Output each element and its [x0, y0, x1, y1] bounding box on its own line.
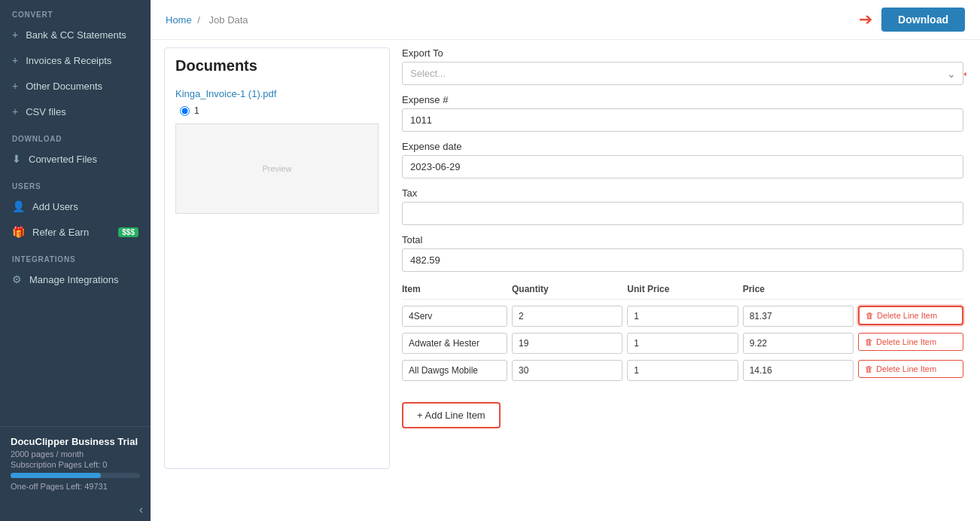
- sidebar-item-label: Converted Files: [29, 154, 97, 165]
- topbar: Home / Job Data ➔ Download: [151, 0, 980, 40]
- breadcrumb: Home / Job Data: [166, 14, 251, 26]
- add-line-item-wrap: + Add Line Item: [402, 392, 963, 428]
- trial-subscription-pages: Subscription Pages Left: 0: [11, 460, 140, 469]
- sidebar-item-label: Invoices & Receipts: [26, 55, 111, 66]
- expense-num-input[interactable]: 1011: [402, 108, 963, 132]
- progress-bar-fill: [11, 473, 101, 478]
- red-arrow-indicator-icon: ←: [960, 64, 966, 84]
- delete-line-item-button-2[interactable]: 🗑 Delete Line Item: [858, 360, 963, 378]
- main-content: Home / Job Data ➔ Download Documents Kin…: [151, 0, 980, 521]
- sidebar-item-refer-earn[interactable]: 🎁 Refer & Earn $$$: [0, 219, 151, 245]
- breadcrumb-current: Job Data: [209, 14, 248, 26]
- price-input-1[interactable]: [743, 333, 854, 354]
- convert-section-label: CONVERT: [0, 0, 151, 22]
- expense-num-group: Expense # 1011: [402, 94, 963, 132]
- sidebar-item-converted-files[interactable]: ⬇ Converted Files: [0, 146, 151, 172]
- content-area: Documents Kinga_Invoice-1 (1).pdf 1 Prev…: [151, 40, 980, 521]
- delete-btn-label: Delete Line Item: [876, 337, 936, 346]
- download-section-label: DOWNLOAD: [0, 124, 151, 146]
- trial-info: DocuClipper Business Trial 2000 pages / …: [0, 426, 151, 498]
- sidebar-item-label: Refer & Earn: [32, 227, 89, 238]
- trash-icon: 🗑: [865, 337, 873, 346]
- plus-icon: +: [12, 105, 18, 117]
- form-panel: Export To Select... ⌄ ← Expense # 1011 E…: [402, 47, 966, 513]
- refer-earn-badge: $$$: [118, 227, 138, 237]
- tax-group: Tax: [402, 187, 963, 225]
- doc-radio-input[interactable]: [180, 106, 190, 116]
- price-input-2[interactable]: [743, 360, 854, 381]
- item-input-1[interactable]: [402, 333, 507, 354]
- sidebar-item-bank-cc[interactable]: + Bank & CC Statements: [0, 22, 151, 47]
- expense-num-label: Expense #: [402, 94, 963, 105]
- users-section-label: USERS: [0, 172, 151, 193]
- add-line-item-button[interactable]: + Add Line Item: [402, 402, 501, 428]
- integrations-section-label: INTEGRATIONS: [0, 245, 151, 267]
- line-items-header: Item Quantity Unit Price Price: [402, 281, 963, 300]
- arrow-right-icon: ➔: [859, 10, 872, 29]
- doc-file-item[interactable]: Kinga_Invoice-1 (1).pdf: [165, 84, 389, 104]
- download-button[interactable]: Download: [881, 8, 965, 32]
- delete-line-item-button-0[interactable]: 🗑 Delete Line Item: [858, 306, 963, 325]
- sidebar-item-csv[interactable]: + CSV files: [0, 99, 151, 124]
- plus-icon: +: [12, 29, 18, 41]
- item-input-2[interactable]: [402, 360, 507, 381]
- sidebar-item-other-docs[interactable]: + Other Documents: [0, 73, 151, 99]
- trash-icon: 🗑: [865, 364, 873, 373]
- sidebar-item-add-users[interactable]: 👤 Add Users: [0, 193, 151, 219]
- breadcrumb-separator: /: [197, 14, 200, 26]
- sidebar-item-invoices[interactable]: + Invoices & Receipts: [0, 47, 151, 73]
- sidebar-item-label: CSV files: [26, 106, 65, 117]
- export-to-group: Export To Select... ⌄ ←: [402, 47, 963, 85]
- sidebar-collapse-button[interactable]: ‹: [0, 498, 151, 521]
- export-to-select[interactable]: Select...: [402, 62, 963, 85]
- export-to-select-wrap: Select... ⌄ ←: [402, 62, 963, 85]
- col-price-header: Price: [743, 284, 854, 294]
- user-icon: 👤: [12, 200, 25, 212]
- trial-oneoff-pages: One-off Pages Left: 49731: [11, 482, 140, 491]
- gift-icon: 🎁: [12, 226, 25, 238]
- unit-price-input-0[interactable]: [627, 306, 738, 327]
- col-unit-price-header: Unit Price: [627, 284, 738, 294]
- plus-icon: +: [12, 80, 18, 92]
- trash-icon: 🗑: [866, 311, 874, 320]
- documents-title: Documents: [175, 57, 379, 75]
- quantity-input-1[interactable]: [512, 333, 622, 354]
- trial-pages-month: 2000 pages / month: [11, 449, 140, 459]
- doc-list: Kinga_Invoice-1 (1).pdf 1 Preview: [165, 79, 389, 468]
- doc-radio-label: 1: [194, 105, 199, 116]
- sidebar-item-label: Bank & CC Statements: [26, 29, 126, 41]
- sidebar-item-label: Other Documents: [26, 81, 102, 92]
- col-quantity-header: Quantity: [512, 284, 622, 294]
- sidebar-item-label: Add Users: [32, 201, 78, 212]
- item-input-0[interactable]: [402, 306, 507, 327]
- download-icon: ⬇: [12, 153, 21, 165]
- delete-btn-label: Delete Line Item: [876, 364, 936, 373]
- unit-price-input-1[interactable]: [627, 333, 738, 354]
- price-input-0[interactable]: [743, 306, 854, 327]
- delete-btn-label: Delete Line Item: [877, 311, 937, 320]
- sidebar: CONVERT + Bank & CC Statements + Invoice…: [0, 0, 151, 521]
- expense-date-group: Expense date 2023-06-29: [402, 141, 963, 178]
- total-input[interactable]: 482.59: [402, 248, 963, 272]
- line-items-section: Item Quantity Unit Price Price 🗑 Delete …: [402, 281, 963, 428]
- doc-radio-row: 1: [165, 104, 389, 119]
- total-label: Total: [402, 234, 963, 245]
- tax-label: Tax: [402, 187, 963, 199]
- line-item-row: 🗑 Delete Line Item: [402, 306, 963, 327]
- delete-line-item-button-1[interactable]: 🗑 Delete Line Item: [858, 333, 963, 351]
- expense-date-label: Expense date: [402, 141, 963, 152]
- trial-title: DocuClipper Business Trial: [11, 436, 140, 447]
- sidebar-item-manage-integrations[interactable]: ⚙ Manage Integrations: [0, 267, 151, 292]
- gear-icon: ⚙: [12, 273, 22, 285]
- breadcrumb-home[interactable]: Home: [166, 14, 192, 26]
- export-to-label: Export To: [402, 47, 963, 59]
- quantity-input-2[interactable]: [512, 360, 622, 381]
- line-item-row: 🗑 Delete Line Item: [402, 360, 963, 381]
- doc-panel-header: Documents: [165, 48, 389, 79]
- doc-thumbnail: Preview: [175, 123, 379, 214]
- tax-input[interactable]: [402, 202, 963, 225]
- unit-price-input-2[interactable]: [627, 360, 738, 381]
- line-item-row: 🗑 Delete Line Item: [402, 333, 963, 354]
- expense-date-input[interactable]: 2023-06-29: [402, 155, 963, 178]
- quantity-input-0[interactable]: [512, 306, 622, 327]
